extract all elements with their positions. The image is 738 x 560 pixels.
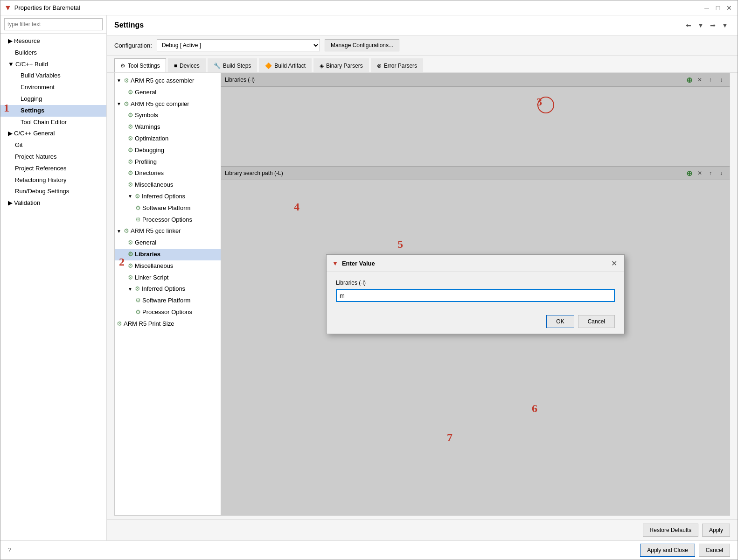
- apply-button[interactable]: Apply: [702, 524, 730, 537]
- sidebar-item-tool-chain-editor[interactable]: Tool Chain Editor: [0, 117, 106, 128]
- nav-forward-button[interactable]: ➡: [708, 20, 718, 30]
- tool-label: Libraries: [135, 250, 160, 259]
- sidebar-item-validation[interactable]: ▶ Validation: [0, 197, 106, 209]
- tab-build-steps[interactable]: 🔧 Build Steps: [208, 58, 258, 72]
- filter-input[interactable]: [4, 18, 103, 30]
- error-parsers-tab-label: Error Parsers: [384, 63, 417, 69]
- sidebar-item-label: Environment: [21, 83, 55, 92]
- sidebar-item-build-variables[interactable]: Build Variables: [0, 70, 106, 82]
- sidebar-item-run-debug-settings[interactable]: Run/Debug Settings: [0, 186, 106, 197]
- manage-configurations-button[interactable]: Manage Configurations...: [325, 39, 399, 51]
- sidebar-item-environment[interactable]: Environment: [0, 82, 106, 93]
- tool-icon: ⚙: [128, 111, 133, 120]
- tab-devices[interactable]: ■ Devices: [168, 58, 206, 72]
- tool-tree-item-optimization[interactable]: ⚙ Optimization: [115, 133, 221, 145]
- sidebar-item-resource[interactable]: ▶ Resource: [0, 35, 106, 47]
- sidebar-item-git[interactable]: Git: [0, 140, 106, 151]
- tool-label: Processor Options: [142, 308, 192, 317]
- tool-tree-item-libraries[interactable]: ⚙ Libraries: [115, 249, 221, 260]
- footer-cancel-button[interactable]: Cancel: [699, 544, 730, 557]
- tool-tree-item-processor-options-compiler[interactable]: ⚙ Processor Options: [115, 214, 221, 226]
- tool-tree-item-miscellaneous-linker[interactable]: ⚙ Miscellaneous: [115, 260, 221, 272]
- tool-label: Inferred Options: [142, 192, 185, 202]
- sidebar-item-refactoring-history[interactable]: Refactoring History: [0, 175, 106, 186]
- nav-back-button[interactable]: ⬅: [683, 20, 694, 30]
- title-bar-left: ▼ Properties for Baremetal: [4, 4, 80, 12]
- tool-tree-item-linker-script[interactable]: ⚙ Linker Script: [115, 272, 221, 284]
- nav-forward-dropdown-button[interactable]: ▼: [720, 20, 730, 30]
- sidebar-item-label: Builders: [15, 48, 37, 58]
- expand-icon: ▶: [8, 36, 13, 46]
- settings-title: Settings: [114, 21, 144, 29]
- main-content: ▶ Resource Builders ▼ C/C++ Build Build …: [0, 15, 738, 540]
- sidebar-item-project-natures[interactable]: Project Natures: [0, 151, 106, 163]
- dialog-body: Libraries (-l): [327, 272, 624, 309]
- tool-tree-item-arm-r5-print-size[interactable]: ⚙ ARM R5 Print Size: [115, 318, 221, 330]
- sidebar-item-builders[interactable]: Builders: [0, 47, 106, 59]
- tool-icon: ⚙: [128, 146, 133, 155]
- tab-tool-settings[interactable]: ⚙ Tool Settings: [114, 58, 166, 72]
- tool-label: Miscellaneous: [135, 180, 173, 190]
- tab-error-parsers[interactable]: ⊗ Error Parsers: [371, 58, 423, 72]
- sidebar-item-logging[interactable]: Logging: [0, 93, 106, 105]
- expand-icon: ▼: [128, 286, 132, 293]
- build-steps-tab-icon: 🔧: [214, 63, 221, 69]
- tool-tree: ▼ ⚙ ARM R5 gcc assembler ⚙ General ▼ ⚙ A…: [115, 73, 221, 515]
- apply-and-close-button[interactable]: Apply and Close: [640, 544, 695, 557]
- bottom-bar: Restore Defaults Apply: [107, 519, 738, 540]
- tool-label: Warnings: [135, 122, 160, 132]
- dialog-close-button[interactable]: ✕: [609, 259, 619, 268]
- sidebar-item-settings[interactable]: Settings: [0, 105, 106, 117]
- tool-icon: ⚙: [124, 76, 129, 86]
- close-button[interactable]: ✕: [724, 3, 734, 13]
- tool-tree-item-arm-r5-gcc-assembler[interactable]: ▼ ⚙ ARM R5 gcc assembler: [115, 75, 221, 87]
- tool-tree-item-arm-r5-gcc-linker[interactable]: ▼ ⚙ ARM R5 gcc linker: [115, 225, 221, 237]
- dialog-title-text: Enter Value: [342, 260, 375, 267]
- tool-tree-item-inferred-options-compiler[interactable]: ▼ ⚙ Inferred Options: [115, 191, 221, 203]
- nav-back-dropdown-button[interactable]: ▼: [696, 20, 706, 30]
- tool-label: Software Platform: [142, 296, 190, 306]
- tool-icon: ⚙: [128, 168, 133, 178]
- footer-buttons: Apply and Close Cancel: [640, 544, 730, 557]
- sidebar-item-label: Project Natures: [15, 152, 57, 162]
- sidebar-item-label: Validation: [14, 198, 40, 208]
- tool-tree-item-directories[interactable]: ⚙ Directories: [115, 168, 221, 179]
- help-icon[interactable]: ?: [8, 547, 11, 553]
- tool-tree-item-symbols[interactable]: ⚙ Symbols: [115, 110, 221, 121]
- tool-label: Inferred Options: [142, 284, 185, 294]
- sidebar-item-ccpp-general[interactable]: ▶ C/C++ General: [0, 128, 106, 140]
- sidebar-item-label: Git: [15, 140, 23, 150]
- dialog-cancel-button[interactable]: Cancel: [578, 315, 615, 328]
- tool-icon: ⚙: [117, 319, 122, 329]
- sidebar-item-ccpp-build[interactable]: ▼ C/C++ Build: [0, 59, 106, 70]
- sidebar-item-project-references[interactable]: Project References: [0, 163, 106, 175]
- tool-tree-item-inferred-options-linker[interactable]: ▼ ⚙ Inferred Options: [115, 283, 221, 295]
- tool-label: Processor Options: [142, 215, 192, 225]
- tool-tree-item-warnings[interactable]: ⚙ Warnings: [115, 121, 221, 133]
- tool-tree-item-miscellaneous-compiler[interactable]: ⚙ Miscellaneous: [115, 179, 221, 191]
- tool-icon: ⚙: [128, 180, 133, 190]
- title-bar: ▼ Properties for Baremetal ─ □ ✕: [0, 0, 738, 15]
- tool-tree-item-arm-r5-gcc-compiler[interactable]: ▼ ⚙ ARM R5 gcc compiler: [115, 98, 221, 110]
- tab-build-artifact[interactable]: 🔶 Build Artifact: [259, 58, 312, 72]
- tool-tree-item-software-platform-linker[interactable]: ⚙ Software Platform: [115, 295, 221, 307]
- tool-tree-item-general-linker[interactable]: ⚙ General: [115, 237, 221, 249]
- maximize-button[interactable]: □: [713, 3, 723, 13]
- tool-tree-item-general-assembler[interactable]: ⚙ General: [115, 87, 221, 98]
- config-select[interactable]: Debug [ Active ]: [157, 39, 320, 51]
- dialog-input[interactable]: [336, 289, 615, 302]
- restore-defaults-button[interactable]: Restore Defaults: [643, 524, 698, 537]
- minimize-button[interactable]: ─: [702, 3, 711, 13]
- tool-tree-item-profiling[interactable]: ⚙ Profiling: [115, 156, 221, 168]
- tool-tree-item-software-platform-compiler[interactable]: ⚙ Software Platform: [115, 203, 221, 214]
- sidebar: ▶ Resource Builders ▼ C/C++ Build Build …: [0, 15, 107, 540]
- dialog-ok-button[interactable]: OK: [546, 315, 574, 328]
- tool-label: Linker Script: [135, 273, 168, 283]
- tab-binary-parsers[interactable]: ◈ Binary Parsers: [313, 58, 369, 72]
- tool-icon: ⚙: [128, 157, 133, 167]
- tool-icon: ⚙: [135, 192, 140, 202]
- tool-tree-item-debugging[interactable]: ⚙ Debugging: [115, 145, 221, 156]
- tool-label: ARM R5 gcc compiler: [131, 99, 189, 109]
- tool-label: Profiling: [135, 157, 157, 167]
- tool-tree-item-processor-options-linker[interactable]: ⚙ Processor Options: [115, 307, 221, 318]
